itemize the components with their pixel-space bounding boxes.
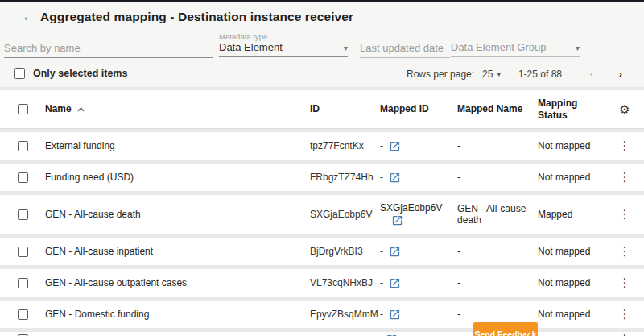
row-mapped-id: -	[380, 246, 383, 257]
open-in-new-icon[interactable]	[389, 172, 401, 184]
only-selected-label: Only selected items	[33, 68, 127, 79]
row-mapped-name: GEN - All-cause death	[457, 203, 538, 226]
row-mapping-status: Mapped	[538, 209, 605, 220]
row-actions-menu-icon[interactable]: ⋮	[605, 244, 644, 259]
row-checkbox[interactable]	[18, 247, 28, 257]
row-id: BjDrgVrkBI3	[310, 246, 380, 257]
next-page-button[interactable]: ›	[612, 68, 630, 80]
row-actions-menu-icon[interactable]: ⋮	[605, 307, 644, 321]
only-selected-checkbox[interactable]	[14, 68, 25, 79]
column-header-id[interactable]: ID	[310, 103, 380, 115]
row-mapped-id: -	[380, 140, 383, 151]
row-mapped-id-cell: -	[380, 140, 457, 152]
row-mapped-name: -	[457, 246, 538, 257]
row-mapped-id-cell: -	[380, 277, 457, 289]
rows-per-page-select[interactable]: 25 ▾	[482, 68, 501, 80]
page-title: Aggregated mapping - Destination instanc…	[40, 10, 353, 24]
row-mapped-id: -	[380, 309, 383, 320]
row-checkbox[interactable]	[18, 209, 28, 220]
table-body: External funding tpz77FcntKx - - Not map…	[0, 132, 644, 336]
row-name: Funding need (USD)	[45, 172, 310, 183]
column-header-mapping-status[interactable]: Mapping Status	[538, 97, 605, 122]
sort-ascending-icon	[77, 107, 85, 112]
chevron-down-icon: ▾	[497, 70, 501, 78]
last-updated-date-field[interactable]	[360, 40, 450, 58]
open-in-new-icon[interactable]	[386, 334, 398, 336]
row-checkbox-cell	[0, 141, 45, 151]
chevron-down-icon: ▾	[576, 44, 580, 56]
row-mapped-id-cell	[380, 334, 457, 336]
row-id: EpyvZBsqMmM	[310, 309, 380, 320]
rows-per-page-label: Rows per page:	[407, 68, 474, 80]
row-checkbox-cell	[0, 309, 45, 320]
row-mapped-id: -	[380, 172, 383, 183]
row-actions-menu-icon[interactable]: ⋮	[605, 207, 644, 222]
mapping-table: Name ID Mapped ID Mapped Name Mapping St…	[0, 87, 644, 336]
row-mapped-id-cell: SXGjaEobp6V	[380, 202, 457, 226]
header-checkbox-cell	[0, 104, 45, 114]
data-element-group-value: Data Element Group	[451, 41, 547, 56]
selection-bar: Only selected items Rows per page: 25 ▾ …	[0, 64, 644, 85]
search-by-name-field[interactable]	[4, 40, 213, 58]
row-name: External funding	[45, 140, 310, 151]
row-checkbox[interactable]	[18, 278, 28, 288]
pagination: Rows per page: 25 ▾ 1-25 of 88 ‹ ›	[407, 68, 630, 80]
row-id: SXGjaEobp6V	[310, 209, 380, 220]
search-input[interactable]	[4, 40, 213, 57]
row-checkbox[interactable]	[18, 172, 28, 183]
rows-per-page-value: 25	[482, 68, 493, 80]
row-mapped-id: SXGjaEobp6V	[380, 202, 442, 214]
column-header-name[interactable]: Name	[45, 103, 310, 115]
column-header-mapped-name[interactable]: Mapped Name	[457, 103, 538, 115]
open-in-new-icon[interactable]	[389, 246, 401, 258]
metadata-type-select[interactable]: Data Element ▾	[219, 32, 348, 57]
row-mapped-id-cell: -	[380, 172, 457, 184]
column-header-name-label: Name	[45, 103, 72, 115]
back-arrow-icon[interactable]: ←	[22, 10, 35, 24]
row-checkbox-cell	[0, 247, 45, 257]
row-actions-menu-icon[interactable]: ⋮	[605, 276, 644, 290]
row-mapping-status: Not mapped	[538, 172, 605, 183]
table-row[interactable]: External funding tpz77FcntKx - - Not map…	[0, 132, 644, 160]
aggregated-mapping-screen: ← Aggregated mapping - Destination insta…	[0, 0, 644, 336]
send-feedback-button[interactable]: Send Feedback	[473, 322, 538, 336]
open-in-new-icon[interactable]	[389, 277, 401, 289]
table-row[interactable]: GEN - All-cause inpatient BjDrgVrkBI3 - …	[0, 238, 644, 265]
chevron-down-icon: ▾	[344, 44, 348, 56]
row-mapped-name: -	[457, 140, 538, 151]
metadata-type-value: Data Element	[219, 41, 283, 56]
row-actions-menu-icon[interactable]: ⋮	[605, 332, 644, 336]
previous-page-button[interactable]: ‹	[583, 68, 601, 80]
table-header-row: Name ID Mapped ID Mapped Name Mapping St…	[0, 90, 644, 129]
row-name: GEN - Domestic funding	[45, 309, 310, 320]
row-checkbox[interactable]	[18, 141, 28, 151]
open-in-new-icon[interactable]	[391, 214, 403, 226]
data-element-group-select[interactable]: Data Element Group ▾	[451, 40, 580, 57]
row-mapped-name: -	[457, 172, 538, 183]
row-checkbox[interactable]	[18, 309, 28, 320]
gear-icon[interactable]: ⚙	[619, 102, 630, 116]
table-row[interactable]: GEN - Domestic funding EpyvZBsqMmM - - N…	[0, 301, 644, 328]
table-row[interactable]: GEN - All-cause outpatient cases VL73cqN…	[0, 269, 644, 297]
table-row[interactable]: Funding need (USD) FRbgzTZ74Hh - - Not m…	[0, 164, 644, 191]
row-mapped-id-cell: -	[380, 246, 457, 258]
column-settings-cell: ⚙	[605, 102, 644, 117]
open-in-new-icon[interactable]	[389, 140, 401, 152]
row-mapped-id-cell: -	[380, 309, 457, 321]
row-actions-menu-icon[interactable]: ⋮	[605, 139, 644, 153]
table-row[interactable]: GEN - All-cause death SXGjaEobp6V SXGjaE…	[0, 195, 644, 234]
only-selected-toggle[interactable]: Only selected items	[14, 68, 127, 79]
row-mapping-status: Not mapped	[538, 140, 605, 151]
row-checkbox-cell	[0, 172, 45, 183]
select-all-checkbox[interactable]	[18, 104, 28, 114]
row-mapping-status: Not mapped	[538, 246, 605, 257]
row-id: FRbgzTZ74Hh	[310, 172, 380, 183]
table-row[interactable]: ⋮	[0, 332, 644, 336]
row-actions-menu-icon[interactable]: ⋮	[605, 170, 644, 185]
row-name: GEN - All-cause outpatient cases	[45, 277, 310, 288]
open-in-new-icon[interactable]	[389, 309, 401, 321]
last-updated-input[interactable]	[360, 40, 450, 57]
row-mapping-status: Not mapped	[538, 309, 605, 320]
column-header-mapped-id[interactable]: Mapped ID	[380, 103, 457, 115]
row-name: GEN - All-cause inpatient	[45, 246, 310, 257]
